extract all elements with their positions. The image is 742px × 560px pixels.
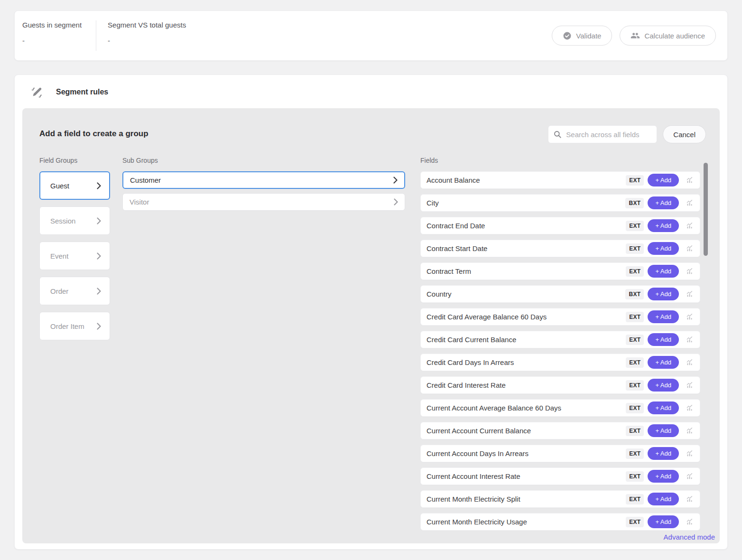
add-field-panel: Add a field to create a group Cancel Fie… bbox=[22, 108, 720, 543]
sub-groups-list: Customer Visitor bbox=[122, 171, 405, 211]
add-field-button[interactable]: + Add bbox=[648, 242, 679, 255]
add-field-button[interactable]: + Add bbox=[648, 310, 679, 323]
chart-insights-icon[interactable] bbox=[686, 518, 694, 526]
field-name: Current Month Electricity Usage bbox=[427, 518, 626, 526]
field-group-event[interactable]: Event bbox=[39, 242, 110, 270]
add-field-button[interactable]: + Add bbox=[648, 379, 679, 392]
add-field-button[interactable]: + Add bbox=[648, 447, 679, 460]
field-type-badge: EXT bbox=[626, 335, 644, 345]
sub-group-item-label: Customer bbox=[130, 176, 161, 184]
field-row-credit-card-days-in-arrears: Credit Card Days In Arrears EXT + Add bbox=[420, 354, 700, 371]
field-type-badge: EXT bbox=[626, 494, 644, 504]
fields-scrollbar-thumb[interactable] bbox=[704, 163, 708, 256]
chart-insights-icon[interactable] bbox=[686, 313, 694, 321]
stat-label: Guests in segment bbox=[22, 20, 82, 30]
field-group-order[interactable]: Order bbox=[39, 277, 110, 305]
field-groups-label: Field Groups bbox=[39, 157, 110, 164]
add-field-button[interactable]: + Add bbox=[648, 196, 679, 209]
field-row-contract-term: Contract Term EXT + Add bbox=[420, 262, 700, 280]
chart-insights-icon[interactable] bbox=[686, 495, 694, 503]
chart-insights-icon[interactable] bbox=[686, 176, 694, 184]
field-row-country: Country BXT + Add bbox=[420, 285, 700, 303]
search-input[interactable] bbox=[566, 131, 652, 139]
sub-group-visitor[interactable]: Visitor bbox=[122, 193, 405, 211]
fields-list: Account Balance EXT + Add City BXT + Add… bbox=[420, 171, 700, 531]
chart-insights-icon[interactable] bbox=[686, 222, 694, 230]
chart-insights-icon[interactable] bbox=[686, 199, 694, 207]
panel-top-row: Add a field to create a group Cancel bbox=[39, 125, 720, 143]
add-field-button[interactable]: + Add bbox=[648, 174, 679, 187]
segment-stats-card: Guests in segment - Segment VS total gue… bbox=[14, 10, 728, 61]
segment-rules-header: Segment rules bbox=[15, 75, 727, 108]
add-field-button[interactable]: + Add bbox=[648, 424, 679, 437]
search-field[interactable] bbox=[548, 125, 657, 143]
field-name: Contract End Date bbox=[427, 222, 626, 230]
validate-button[interactable]: Validate bbox=[552, 26, 612, 46]
field-type-badge: EXT bbox=[626, 517, 644, 527]
chevron-right-icon bbox=[97, 182, 101, 189]
field-type-badge: EXT bbox=[626, 221, 644, 231]
field-group-order-item[interactable]: Order Item bbox=[39, 312, 110, 340]
field-name: Current Account Current Balance bbox=[427, 427, 626, 435]
field-name: Credit Card Interest Rate bbox=[427, 381, 626, 389]
pencil-edit-icon bbox=[30, 85, 44, 99]
field-group-guest[interactable]: Guest bbox=[39, 171, 110, 200]
add-field-button[interactable]: + Add bbox=[648, 265, 679, 278]
field-name: Current Account Days In Arrears bbox=[427, 449, 626, 457]
stats-actions: Validate Calculate audience bbox=[552, 20, 716, 51]
stat-guests-in-segment: Guests in segment - bbox=[22, 20, 96, 51]
stat-segment-vs-total: Segment VS total guests - bbox=[96, 20, 200, 51]
field-row-contract-start-date: Contract Start Date EXT + Add bbox=[420, 240, 700, 257]
advanced-mode-link[interactable]: Advanced mode bbox=[664, 533, 715, 541]
field-name: Credit Card Days In Arrears bbox=[427, 358, 626, 366]
chart-insights-icon[interactable] bbox=[686, 449, 694, 457]
calculate-audience-button[interactable]: Calculate audience bbox=[620, 26, 716, 46]
people-icon bbox=[631, 31, 640, 40]
field-row-city: City BXT + Add bbox=[420, 194, 700, 212]
add-field-button[interactable]: + Add bbox=[648, 219, 679, 232]
field-name: Credit Card Average Balance 60 Days bbox=[427, 313, 626, 321]
chart-insights-icon[interactable] bbox=[686, 404, 694, 412]
chevron-right-icon bbox=[394, 198, 398, 205]
cancel-button[interactable]: Cancel bbox=[663, 125, 706, 143]
field-type-badge: BXT bbox=[625, 289, 644, 299]
chart-insights-icon[interactable] bbox=[686, 358, 694, 366]
chart-insights-icon[interactable] bbox=[686, 336, 694, 344]
chart-insights-icon[interactable] bbox=[686, 290, 694, 298]
field-row-current-month-electricity-split: Current Month Electricity Split EXT + Ad… bbox=[420, 490, 700, 508]
field-type-badge: EXT bbox=[626, 448, 644, 459]
chevron-right-icon bbox=[393, 177, 398, 184]
chart-insights-icon[interactable] bbox=[686, 244, 694, 252]
chart-insights-icon[interactable] bbox=[686, 267, 694, 275]
add-field-button[interactable]: + Add bbox=[648, 493, 679, 505]
field-row-credit-card-current-balance: Credit Card Current Balance EXT + Add bbox=[420, 331, 700, 348]
field-group-session[interactable]: Session bbox=[39, 206, 110, 235]
field-name: Current Month Electricity Split bbox=[427, 495, 626, 503]
field-groups-list: Guest Session Event Order Order Item bbox=[39, 171, 110, 340]
field-type-badge: EXT bbox=[626, 426, 644, 436]
chevron-right-icon bbox=[97, 323, 101, 330]
sub-group-customer[interactable]: Customer bbox=[122, 171, 405, 189]
add-field-button[interactable]: + Add bbox=[648, 356, 679, 369]
add-field-button[interactable]: + Add bbox=[648, 470, 679, 483]
field-name: Country bbox=[427, 290, 625, 298]
field-row-contract-end-date: Contract End Date EXT + Add bbox=[420, 217, 700, 234]
chart-insights-icon[interactable] bbox=[686, 472, 694, 480]
chart-insights-icon[interactable] bbox=[686, 381, 694, 389]
field-row-current-account-current-balance: Current Account Current Balance EXT + Ad… bbox=[420, 422, 700, 439]
add-field-button[interactable]: + Add bbox=[648, 401, 679, 414]
field-type-badge: EXT bbox=[626, 243, 644, 254]
sub-group-item-label: Visitor bbox=[130, 198, 149, 206]
field-type-badge: EXT bbox=[626, 380, 644, 391]
add-field-button[interactable]: + Add bbox=[648, 288, 679, 300]
chart-insights-icon[interactable] bbox=[686, 427, 694, 435]
field-type-badge: EXT bbox=[626, 357, 644, 368]
add-field-button[interactable]: + Add bbox=[648, 515, 679, 528]
field-group-item-label: Order Item bbox=[50, 322, 84, 330]
search-icon bbox=[553, 130, 562, 139]
field-row-current-account-average-balance-60-days: Current Account Average Balance 60 Days … bbox=[420, 399, 700, 417]
add-field-button[interactable]: + Add bbox=[648, 333, 679, 346]
field-row-current-month-electricity-usage: Current Month Electricity Usage EXT + Ad… bbox=[420, 513, 700, 531]
stat-label: Segment VS total guests bbox=[108, 20, 186, 30]
field-name: Current Account Average Balance 60 Days bbox=[427, 404, 626, 412]
